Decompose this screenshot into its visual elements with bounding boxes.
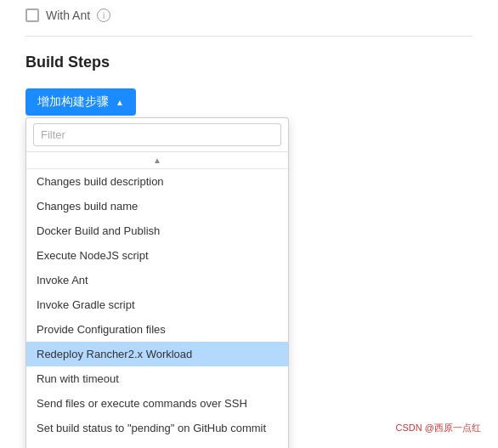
section-title: Build Steps xyxy=(25,54,473,71)
dropdown-panel: ▲ Changes build descriptionChanges build… xyxy=(25,117,289,448)
menu-item[interactable]: Send files or execute commands over SSH xyxy=(26,391,288,416)
menu-list: Changes build descriptionChanges build n… xyxy=(26,169,288,448)
scroll-up-row[interactable]: ▲ xyxy=(26,152,288,169)
filter-row xyxy=(26,118,288,152)
menu-item[interactable]: Set build status to "pending" on GitHub … xyxy=(26,416,288,440)
with-ant-label: With Ant xyxy=(46,9,90,22)
menu-item[interactable]: Invoke Ant xyxy=(26,268,288,292)
with-ant-checkbox[interactable] xyxy=(25,9,39,22)
menu-item[interactable]: Changes build description xyxy=(26,169,288,194)
menu-item[interactable]: Redeploy Rancher2.x Workload xyxy=(26,342,288,366)
dropdown-caret-icon: ▲ xyxy=(116,98,124,107)
menu-item[interactable]: Run with timeout xyxy=(26,366,288,391)
menu-item[interactable]: Invoke Gradle script xyxy=(26,292,288,317)
info-icon[interactable]: i xyxy=(97,9,110,22)
page-container: With Ant i Build Steps 增加构建步骤 ▲ ▲ Change… xyxy=(0,0,498,448)
watermark: CSDN @西原一点红 xyxy=(396,422,481,434)
top-row: With Ant i xyxy=(25,9,473,37)
scroll-up-icon: ▲ xyxy=(153,156,161,165)
add-build-step-label: 增加构建步骤 xyxy=(37,94,109,110)
menu-item[interactable]: Changes build name xyxy=(26,194,288,218)
add-build-step-button[interactable]: 增加构建步骤 ▲ xyxy=(25,88,136,116)
menu-item[interactable]: Docker Build and Publish xyxy=(26,218,288,243)
dropdown-container: 增加构建步骤 ▲ ▲ Changes build descriptionChan… xyxy=(25,88,289,116)
filter-input[interactable] xyxy=(33,123,281,146)
menu-item[interactable]: Provide Configuration files xyxy=(26,317,288,342)
menu-item[interactable]: Execute NodeJS script xyxy=(26,243,288,268)
menu-item[interactable]: Update build name xyxy=(26,440,288,448)
